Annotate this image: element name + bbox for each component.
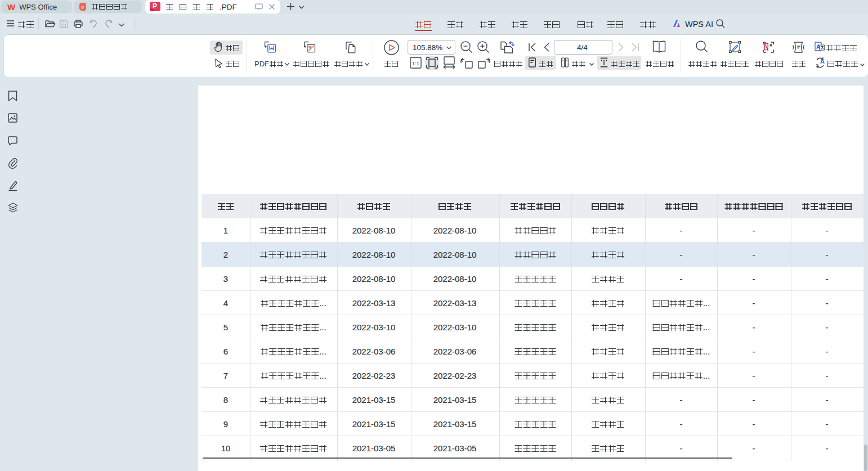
svg-text:1:1: 1:1 xyxy=(412,60,419,66)
svg-text:A: A xyxy=(820,58,825,65)
